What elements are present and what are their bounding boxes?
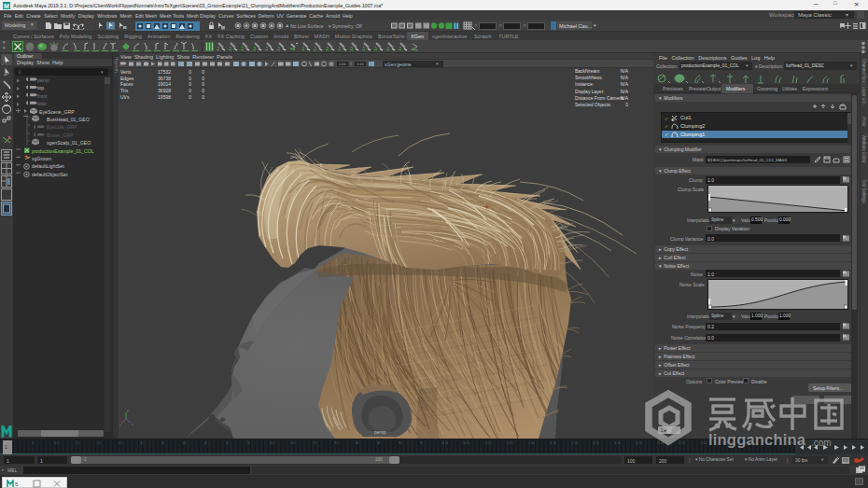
- svg-text:115: 115: [507, 440, 513, 445]
- svg-text:5: 5: [32, 440, 35, 445]
- svg-text:x: x: [119, 424, 121, 427]
- svg-text:110: 110: [485, 440, 492, 445]
- svg-text:35: 35: [161, 440, 166, 445]
- svg-text:.com: .com: [811, 438, 832, 448]
- svg-text:125: 125: [550, 440, 556, 445]
- svg-text:85: 85: [377, 440, 382, 445]
- svg-text:0.00: 0.00: [339, 62, 347, 66]
- svg-text:z: z: [132, 423, 133, 426]
- svg-text:90: 90: [399, 440, 403, 445]
- svg-text:y: y: [127, 409, 129, 412]
- svg-text:5: 5: [15, 481, 19, 487]
- svg-text:lingganchina: lingganchina: [708, 431, 806, 448]
- svg-text:130: 130: [571, 440, 578, 445]
- svg-text:1.00: 1.00: [357, 62, 365, 66]
- svg-text:55: 55: [247, 440, 252, 445]
- svg-text:120: 120: [528, 440, 535, 445]
- svg-text:95: 95: [420, 440, 425, 445]
- svg-text:135: 135: [593, 440, 599, 445]
- svg-text:45: 45: [204, 440, 209, 445]
- svg-text:40: 40: [183, 440, 188, 445]
- svg-text:M: M: [4, 2, 9, 8]
- svg-text:50: 50: [226, 440, 231, 445]
